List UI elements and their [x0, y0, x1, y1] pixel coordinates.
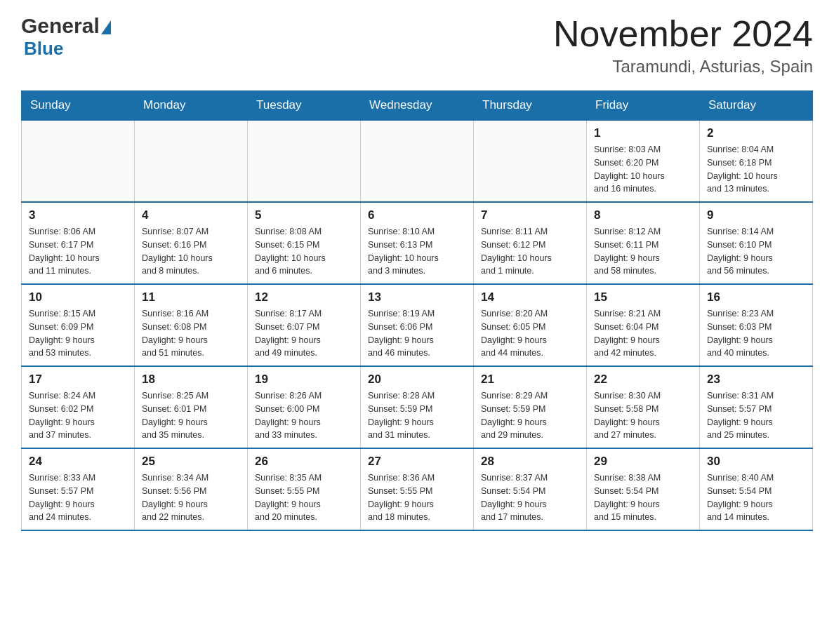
calendar-cell: 17Sunrise: 8:24 AM Sunset: 6:02 PM Dayli…	[22, 366, 135, 448]
calendar-cell: 30Sunrise: 8:40 AM Sunset: 5:54 PM Dayli…	[700, 448, 813, 530]
day-info: Sunrise: 8:07 AM Sunset: 6:16 PM Dayligh…	[142, 225, 240, 278]
calendar-cell: 6Sunrise: 8:10 AM Sunset: 6:13 PM Daylig…	[361, 202, 474, 284]
day-info: Sunrise: 8:37 AM Sunset: 5:54 PM Dayligh…	[481, 471, 579, 524]
calendar-cell: 8Sunrise: 8:12 AM Sunset: 6:11 PM Daylig…	[587, 202, 700, 284]
calendar-cell: 29Sunrise: 8:38 AM Sunset: 5:54 PM Dayli…	[587, 448, 700, 530]
day-number: 5	[255, 208, 353, 222]
day-number: 17	[29, 373, 127, 387]
day-number: 6	[368, 208, 466, 222]
day-info: Sunrise: 8:25 AM Sunset: 6:01 PM Dayligh…	[142, 389, 240, 442]
title-block: November 2024 Taramundi, Asturias, Spain	[553, 14, 813, 76]
day-info: Sunrise: 8:29 AM Sunset: 5:59 PM Dayligh…	[481, 389, 579, 442]
day-info: Sunrise: 8:08 AM Sunset: 6:15 PM Dayligh…	[255, 225, 353, 278]
day-number: 4	[142, 208, 240, 222]
weekday-header-tuesday: Tuesday	[248, 91, 361, 121]
day-info: Sunrise: 8:40 AM Sunset: 5:54 PM Dayligh…	[707, 471, 805, 524]
calendar-cell: 20Sunrise: 8:28 AM Sunset: 5:59 PM Dayli…	[361, 366, 474, 448]
calendar-week-row: 3Sunrise: 8:06 AM Sunset: 6:17 PM Daylig…	[22, 202, 813, 284]
day-number: 13	[368, 290, 466, 304]
day-number: 14	[481, 290, 579, 304]
calendar-cell: 16Sunrise: 8:23 AM Sunset: 6:03 PM Dayli…	[700, 284, 813, 366]
day-number: 27	[368, 455, 466, 469]
calendar-cell: 27Sunrise: 8:36 AM Sunset: 5:55 PM Dayli…	[361, 448, 474, 530]
calendar-cell: 21Sunrise: 8:29 AM Sunset: 5:59 PM Dayli…	[474, 366, 587, 448]
day-number: 8	[594, 208, 692, 222]
calendar-cell: 22Sunrise: 8:30 AM Sunset: 5:58 PM Dayli…	[587, 366, 700, 448]
day-number: 3	[29, 208, 127, 222]
logo: General Blue	[21, 14, 111, 60]
day-info: Sunrise: 8:34 AM Sunset: 5:56 PM Dayligh…	[142, 471, 240, 524]
calendar-table: SundayMondayTuesdayWednesdayThursdayFrid…	[21, 90, 813, 531]
calendar-cell: 9Sunrise: 8:14 AM Sunset: 6:10 PM Daylig…	[700, 202, 813, 284]
calendar-cell	[474, 120, 587, 202]
day-number: 29	[594, 455, 692, 469]
day-info: Sunrise: 8:33 AM Sunset: 5:57 PM Dayligh…	[29, 471, 127, 524]
calendar-cell: 13Sunrise: 8:19 AM Sunset: 6:06 PM Dayli…	[361, 284, 474, 366]
day-number: 22	[594, 373, 692, 387]
calendar-week-row: 10Sunrise: 8:15 AM Sunset: 6:09 PM Dayli…	[22, 284, 813, 366]
calendar-cell: 19Sunrise: 8:26 AM Sunset: 6:00 PM Dayli…	[248, 366, 361, 448]
day-info: Sunrise: 8:10 AM Sunset: 6:13 PM Dayligh…	[368, 225, 466, 278]
day-info: Sunrise: 8:20 AM Sunset: 6:05 PM Dayligh…	[481, 307, 579, 360]
calendar-week-row: 24Sunrise: 8:33 AM Sunset: 5:57 PM Dayli…	[22, 448, 813, 530]
location-title: Taramundi, Asturias, Spain	[553, 57, 813, 76]
calendar-cell: 25Sunrise: 8:34 AM Sunset: 5:56 PM Dayli…	[135, 448, 248, 530]
day-info: Sunrise: 8:04 AM Sunset: 6:18 PM Dayligh…	[707, 143, 805, 196]
calendar-cell: 26Sunrise: 8:35 AM Sunset: 5:55 PM Dayli…	[248, 448, 361, 530]
day-number: 18	[142, 373, 240, 387]
calendar-cell: 12Sunrise: 8:17 AM Sunset: 6:07 PM Dayli…	[248, 284, 361, 366]
calendar-cell	[22, 120, 135, 202]
day-info: Sunrise: 8:16 AM Sunset: 6:08 PM Dayligh…	[142, 307, 240, 360]
day-info: Sunrise: 8:26 AM Sunset: 6:00 PM Dayligh…	[255, 389, 353, 442]
calendar-cell: 14Sunrise: 8:20 AM Sunset: 6:05 PM Dayli…	[474, 284, 587, 366]
calendar-cell: 15Sunrise: 8:21 AM Sunset: 6:04 PM Dayli…	[587, 284, 700, 366]
calendar-week-row: 1Sunrise: 8:03 AM Sunset: 6:20 PM Daylig…	[22, 120, 813, 202]
day-info: Sunrise: 8:03 AM Sunset: 6:20 PM Dayligh…	[594, 143, 692, 196]
day-info: Sunrise: 8:19 AM Sunset: 6:06 PM Dayligh…	[368, 307, 466, 360]
day-info: Sunrise: 8:21 AM Sunset: 6:04 PM Dayligh…	[594, 307, 692, 360]
calendar-cell	[361, 120, 474, 202]
calendar-week-row: 17Sunrise: 8:24 AM Sunset: 6:02 PM Dayli…	[22, 366, 813, 448]
calendar-cell: 10Sunrise: 8:15 AM Sunset: 6:09 PM Dayli…	[22, 284, 135, 366]
day-number: 9	[707, 208, 805, 222]
logo-general-text: General	[21, 14, 100, 38]
day-number: 23	[707, 373, 805, 387]
calendar-cell	[248, 120, 361, 202]
day-number: 7	[481, 208, 579, 222]
day-number: 20	[368, 373, 466, 387]
day-info: Sunrise: 8:36 AM Sunset: 5:55 PM Dayligh…	[368, 471, 466, 524]
day-number: 15	[594, 290, 692, 304]
day-number: 19	[255, 373, 353, 387]
day-info: Sunrise: 8:31 AM Sunset: 5:57 PM Dayligh…	[707, 389, 805, 442]
calendar-cell: 3Sunrise: 8:06 AM Sunset: 6:17 PM Daylig…	[22, 202, 135, 284]
weekday-header-saturday: Saturday	[700, 91, 813, 121]
day-number: 25	[142, 455, 240, 469]
logo-blue-text: Blue	[24, 38, 63, 59]
day-info: Sunrise: 8:15 AM Sunset: 6:09 PM Dayligh…	[29, 307, 127, 360]
day-info: Sunrise: 8:14 AM Sunset: 6:10 PM Dayligh…	[707, 225, 805, 278]
day-number: 26	[255, 455, 353, 469]
day-number: 16	[707, 290, 805, 304]
day-info: Sunrise: 8:12 AM Sunset: 6:11 PM Dayligh…	[594, 225, 692, 278]
day-info: Sunrise: 8:23 AM Sunset: 6:03 PM Dayligh…	[707, 307, 805, 360]
weekday-header-wednesday: Wednesday	[361, 91, 474, 121]
day-info: Sunrise: 8:17 AM Sunset: 6:07 PM Dayligh…	[255, 307, 353, 360]
day-info: Sunrise: 8:30 AM Sunset: 5:58 PM Dayligh…	[594, 389, 692, 442]
weekday-header-sunday: Sunday	[22, 91, 135, 121]
day-info: Sunrise: 8:38 AM Sunset: 5:54 PM Dayligh…	[594, 471, 692, 524]
calendar-cell: 2Sunrise: 8:04 AM Sunset: 6:18 PM Daylig…	[700, 120, 813, 202]
day-number: 28	[481, 455, 579, 469]
day-number: 10	[29, 290, 127, 304]
calendar-cell: 18Sunrise: 8:25 AM Sunset: 6:01 PM Dayli…	[135, 366, 248, 448]
calendar-cell: 23Sunrise: 8:31 AM Sunset: 5:57 PM Dayli…	[700, 366, 813, 448]
month-title: November 2024	[553, 14, 813, 54]
day-number: 12	[255, 290, 353, 304]
logo-triangle-icon	[101, 20, 111, 34]
day-info: Sunrise: 8:06 AM Sunset: 6:17 PM Dayligh…	[29, 225, 127, 278]
day-number: 21	[481, 373, 579, 387]
weekday-header-friday: Friday	[587, 91, 700, 121]
day-number: 24	[29, 455, 127, 469]
calendar-cell: 11Sunrise: 8:16 AM Sunset: 6:08 PM Dayli…	[135, 284, 248, 366]
calendar-cell: 5Sunrise: 8:08 AM Sunset: 6:15 PM Daylig…	[248, 202, 361, 284]
calendar-cell: 28Sunrise: 8:37 AM Sunset: 5:54 PM Dayli…	[474, 448, 587, 530]
